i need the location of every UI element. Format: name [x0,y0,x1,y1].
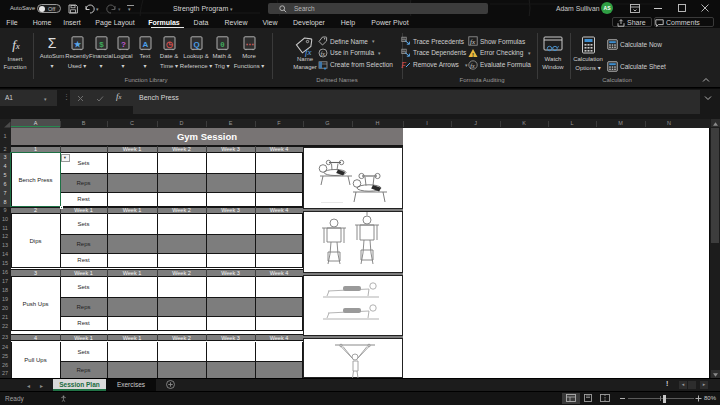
svg-text:θ: θ [220,40,224,49]
svg-text:fx: fx [470,63,475,69]
svg-text:Σ: Σ [48,35,57,51]
svg-text:fx: fx [321,51,326,57]
svg-text:?: ? [121,40,126,49]
svg-text:A: A [142,40,148,49]
svg-text:★: ★ [73,40,81,49]
svg-text:F: F [401,61,406,70]
svg-text:⋯: ⋯ [245,40,253,49]
svg-text:!: ! [472,52,474,58]
svg-text:fx: fx [470,38,476,46]
svg-text:$: $ [99,40,104,49]
svg-text:Q: Q [193,40,199,49]
svg-text:◷: ◷ [166,40,173,49]
